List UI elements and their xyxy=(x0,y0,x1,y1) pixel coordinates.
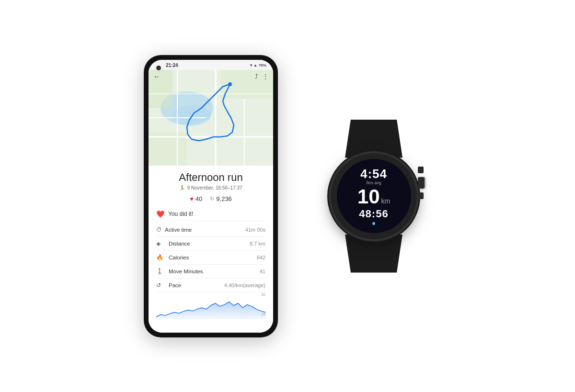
active-time-icon: ⏱ xyxy=(156,226,162,233)
battery-icon: 70% xyxy=(259,63,266,67)
svg-point-2 xyxy=(172,105,211,126)
strap-top xyxy=(345,120,402,158)
watch-screen: 4:54 /km avg 10 km 48:56 xyxy=(337,159,411,233)
watch-distance: 10 xyxy=(357,187,380,207)
status-time: 21:24 xyxy=(166,63,178,68)
watch-indicator-dot xyxy=(372,222,375,225)
watch-btn-bottom xyxy=(418,192,424,199)
move-minutes-row: 🚶 Move Minutes 41 xyxy=(156,265,265,279)
pace-row: ↺ Pace 4:40/km(average) xyxy=(156,279,265,292)
watch-pace-time: 4:54 xyxy=(360,167,387,181)
move-minutes-label: Move Minutes xyxy=(169,269,260,274)
back-button[interactable]: ← xyxy=(153,73,160,80)
share-button[interactable]: ⤴ xyxy=(255,73,258,80)
steps-icon: ↻ xyxy=(210,196,214,202)
watch-device: 4:54 /km avg 10 km 48:56 xyxy=(316,120,431,273)
move-minutes-icon: 🚶 xyxy=(156,268,166,275)
activity-content: Afternoon run 🏃 9 November, 16:56–17:37 … xyxy=(149,166,273,333)
chart-label-top: 30 xyxy=(261,292,265,297)
distance-icon: ◈ xyxy=(156,240,166,247)
more-button[interactable]: ⋮ xyxy=(263,73,268,80)
phone-device: 21:24 ▾ ▲ 70% xyxy=(144,55,278,337)
heart-icon: ♥ xyxy=(190,195,194,202)
pace-label: Pace xyxy=(169,282,224,288)
map-toolbar: ← ⤴ ⋮ xyxy=(149,70,273,83)
date-text: 9 November, 16:56–17:37 xyxy=(187,185,242,190)
chart-label-bottom: 15 xyxy=(261,312,265,316)
calories-label: Calories xyxy=(169,255,257,260)
watch-pace-display: 4:54 /km avg xyxy=(360,167,387,185)
pace-value: 4:40/km(average) xyxy=(224,282,265,288)
watch-distance-unit: km xyxy=(381,197,391,205)
toolbar-icons: ⤴ ⋮ xyxy=(255,73,268,80)
calories-value: 642 xyxy=(257,255,265,260)
status-icons: ▾ ▲ 70% xyxy=(250,63,266,67)
goal-text: You did it! xyxy=(168,211,193,217)
status-bar: 21:24 ▾ ▲ 70% xyxy=(149,60,273,70)
activity-title: Afternoon run xyxy=(156,171,265,184)
run-icon: 🏃 xyxy=(179,185,185,190)
scene: 21:24 ▾ ▲ 70% xyxy=(0,0,575,392)
calories-row: 🔥 Calories 642 xyxy=(156,251,265,265)
heart-count: 40 xyxy=(196,195,202,202)
map-area: ← ⤴ ⋮ xyxy=(149,70,273,166)
strap-bottom xyxy=(345,235,402,273)
steps-stat: ↻ 9,236 xyxy=(210,195,232,202)
signal-icon: ▲ xyxy=(253,63,257,67)
watch-elapsed-time: 48:56 xyxy=(359,208,388,220)
active-time-value: 41m 00s xyxy=(245,227,265,233)
watch-btn-top xyxy=(418,167,424,173)
distance-value: 8.7 km xyxy=(250,241,265,246)
distance-row: ◈ Distance 8.7 km xyxy=(156,237,265,251)
heart-stat: ♥ 40 xyxy=(190,195,202,202)
move-minutes-value: 41 xyxy=(260,269,265,274)
goal-row: ❤️ You did it! xyxy=(156,207,265,221)
activity-date: 🏃 9 November, 16:56–17:37 xyxy=(156,185,265,190)
steps-count: 9,236 xyxy=(216,195,232,202)
calories-icon: 🔥 xyxy=(156,254,166,261)
metrics-list: ◈ Distance 8.7 km 🔥 Calories 642 🚶 Move … xyxy=(156,237,265,292)
active-time-label: Active time xyxy=(165,227,245,233)
phone-camera xyxy=(156,66,161,70)
phone-screen: 21:24 ▾ ▲ 70% xyxy=(149,60,273,333)
pace-icon: ↺ xyxy=(156,282,166,289)
active-time-row: ⏱ Active time 41m 00s xyxy=(156,223,265,237)
wifi-icon: ▾ xyxy=(250,63,252,67)
activity-chart: 30 15 xyxy=(156,292,265,321)
watch-case: 4:54 /km avg 10 km 48:56 xyxy=(331,153,417,239)
watch-crown xyxy=(418,177,425,189)
distance-label: Distance xyxy=(169,241,250,246)
goal-icon: ❤️ xyxy=(156,210,164,218)
stats-row: ♥ 40 ↻ 9,236 xyxy=(156,195,265,202)
